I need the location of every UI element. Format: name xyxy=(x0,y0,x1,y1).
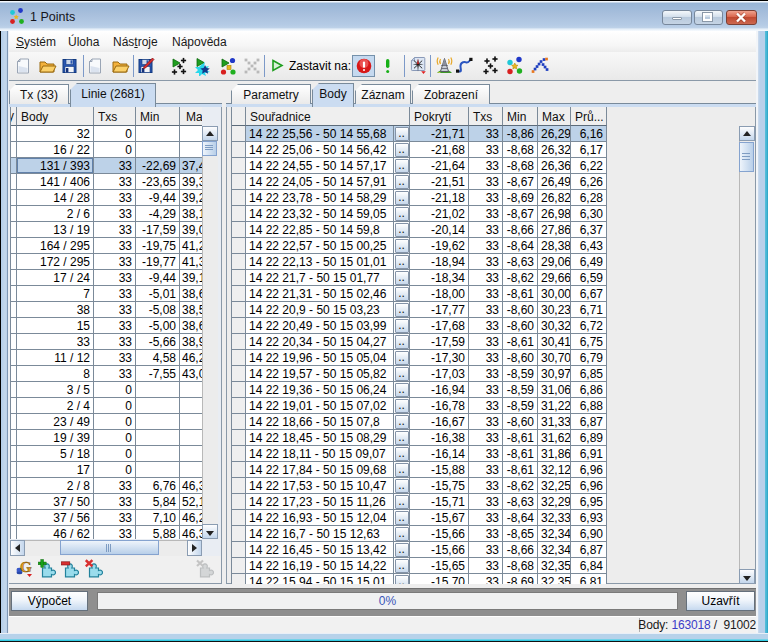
svg-text:G: G xyxy=(20,559,32,575)
